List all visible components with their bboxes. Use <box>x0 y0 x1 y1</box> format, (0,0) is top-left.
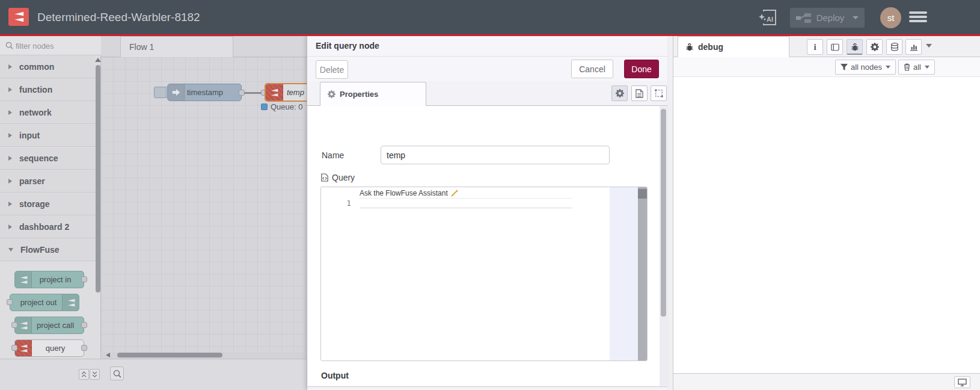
book-icon <box>831 43 839 51</box>
debug-clear-button[interactable]: all <box>898 60 935 75</box>
filter-nodes-input[interactable] <box>16 39 96 53</box>
debug-filter-button[interactable]: all nodes <box>835 60 896 75</box>
editor-scrollbar[interactable] <box>638 187 647 361</box>
open-in-window-button[interactable] <box>954 376 970 388</box>
query-code-editor[interactable]: Ask the FlowFuse Assistant 1 <box>320 187 648 361</box>
palette-category-function[interactable]: function <box>0 79 96 101</box>
caret-down-icon <box>886 66 890 69</box>
input-port[interactable] <box>11 345 17 351</box>
palette-node-project-out[interactable]: project out <box>10 294 79 311</box>
scroll-left-icon[interactable] <box>106 353 110 358</box>
palette-category-common[interactable]: common <box>0 56 96 78</box>
input-port[interactable] <box>7 299 13 305</box>
palette-node-query[interactable]: query <box>14 339 84 357</box>
description-icon-button[interactable] <box>631 85 648 101</box>
monitor-icon <box>958 379 967 386</box>
bug-icon <box>685 43 694 51</box>
palette-category-parser[interactable]: parser <box>0 170 96 193</box>
palette-category-sequence[interactable]: sequence <box>0 147 96 170</box>
trash-icon <box>904 63 910 71</box>
chevron-right-icon <box>8 64 12 69</box>
flowfuse-query-icon <box>266 84 283 101</box>
inject-arrow-icon <box>168 84 185 101</box>
inject-trigger-button[interactable] <box>154 87 167 98</box>
status-text: Queue: 0 <box>271 102 303 111</box>
status-dot-icon <box>261 104 268 110</box>
debug-filter-row: all nodes all <box>673 57 980 77</box>
project-title: Determined-Reed-Warbler-8182 <box>37 0 200 34</box>
node-timestamp[interactable]: timestamp <box>167 84 242 101</box>
properties-icon-button[interactable] <box>611 85 628 101</box>
dashboard-tab-button[interactable] <box>905 39 922 55</box>
editor-decoration-strip <box>610 187 638 361</box>
help-tab-button[interactable] <box>827 39 843 55</box>
deploy-nodes-icon <box>796 13 812 23</box>
user-avatar[interactable]: st <box>880 7 901 28</box>
header-bar: Determined-Reed-Warbler-8182 AI Deploy s… <box>0 0 980 36</box>
sidebar-resize-handle[interactable] <box>667 36 673 390</box>
palette-footer <box>0 359 101 390</box>
chevron-right-icon <box>8 87 12 92</box>
palette-node-project-call[interactable]: project call <box>14 317 84 334</box>
output-port[interactable] <box>81 276 87 282</box>
debug-tab-button[interactable] <box>847 39 863 55</box>
config-nodes-tab-button[interactable] <box>866 39 883 55</box>
tray-title: Edit query node <box>316 41 379 51</box>
canvas-search-button[interactable] <box>110 367 124 380</box>
assistant-prompt[interactable]: Ask the FlowFuse Assistant <box>360 188 459 197</box>
tab-debug[interactable]: debug <box>678 36 789 57</box>
appearance-icon-button[interactable] <box>651 85 667 101</box>
cancel-button[interactable]: Cancel <box>571 60 613 78</box>
scroll-up-icon[interactable] <box>95 58 101 62</box>
delete-button[interactable]: Delete <box>316 60 348 79</box>
hamburger-menu-icon[interactable] <box>909 11 927 25</box>
name-input[interactable] <box>381 146 610 164</box>
document-icon <box>635 89 643 98</box>
editor-active-line[interactable] <box>360 198 572 208</box>
chart-icon <box>910 43 918 51</box>
deploy-button[interactable]: Deploy <box>790 8 865 28</box>
debug-sidebar: debug i all no <box>673 36 980 390</box>
chevron-right-icon <box>8 156 12 161</box>
tray-footer: Enabled <box>307 386 667 390</box>
tab-flow-1[interactable]: Flow 1 <box>120 36 233 57</box>
gear-icon <box>616 89 624 98</box>
input-port[interactable] <box>11 322 17 328</box>
node-palette: common function network input sequence p… <box>0 36 101 390</box>
palette-category-network[interactable]: network <box>0 102 96 124</box>
collapse-all-categories-button[interactable] <box>79 369 89 380</box>
node-red-editor: Determined-Reed-Warbler-8182 AI Deploy s… <box>0 0 980 390</box>
properties-form: Name Query Ask the FlowFuse Assistant 1 … <box>308 106 660 386</box>
svg-text:AI: AI <box>767 16 773 23</box>
expand-all-categories-button[interactable] <box>90 369 100 380</box>
debug-messages-panel[interactable] <box>673 77 980 373</box>
done-button[interactable]: Done <box>624 60 659 78</box>
palette-node-project-in[interactable]: project in <box>14 271 84 288</box>
palette-category-storage[interactable]: storage <box>0 193 96 215</box>
tray-scrollbar[interactable] <box>660 107 667 386</box>
palette-category-dashboard2[interactable]: dashboard 2 <box>0 216 96 238</box>
query-label-row: Query <box>321 173 355 182</box>
tray-tab-row: Properties <box>307 81 667 106</box>
palette-category-flowfuse[interactable]: FlowFuse <box>0 239 96 261</box>
deploy-caret-icon[interactable] <box>853 16 859 19</box>
editor-line-number: 1 <box>338 199 351 208</box>
info-tab-button[interactable]: i <box>807 39 823 55</box>
sidebar-tab-bar: debug i <box>673 36 980 57</box>
output-port[interactable] <box>81 345 87 351</box>
chevron-right-icon <box>8 110 12 115</box>
chevron-right-icon <box>8 179 12 184</box>
info-icon: i <box>813 42 816 52</box>
name-label: Name <box>322 150 344 160</box>
palette-scrollbar[interactable] <box>95 57 101 374</box>
node-status: Queue: 0 <box>261 102 303 111</box>
tab-properties[interactable]: Properties <box>320 82 426 106</box>
edit-node-tray: Edit query node Delete Cancel Done Prope… <box>307 36 667 390</box>
ai-assistant-button[interactable]: AI <box>758 8 779 28</box>
gear-icon <box>328 90 335 98</box>
context-data-tab-button[interactable] <box>886 39 902 55</box>
database-icon <box>890 43 899 51</box>
output-port[interactable] <box>81 322 87 328</box>
sidebar-tabs-dropdown-icon[interactable] <box>926 44 932 48</box>
palette-category-input[interactable]: input <box>0 125 96 147</box>
